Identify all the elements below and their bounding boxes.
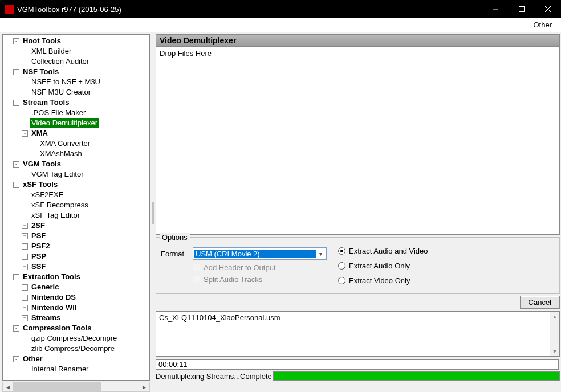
tree-item-label: Internal Renamer [30, 364, 90, 374]
radio-extract-av[interactable]: Extract Audio and Video [338, 243, 428, 258]
collapse-icon[interactable]: - [22, 130, 28, 137]
expand-icon[interactable]: + [22, 284, 28, 291]
tree-item[interactable]: xSF Tag Editor [3, 210, 149, 220]
expand-icon[interactable]: + [22, 305, 28, 311]
tree-item[interactable]: +PSF2 [3, 241, 149, 251]
tree-item[interactable]: -NSF Tools [3, 67, 149, 77]
tree-item[interactable]: -Extraction Tools [3, 272, 149, 282]
tree-item-label: xSF Recompress [30, 200, 90, 210]
scroll-down-icon[interactable]: ▼ [550, 346, 559, 356]
tree-item[interactable]: Collection Auditor [3, 56, 149, 67]
scroll-right-icon[interactable]: ► [139, 382, 149, 391]
collapse-icon[interactable]: - [13, 182, 19, 188]
tree-item-label: PSF2 [30, 241, 51, 251]
tree-item[interactable]: XMAshMash [3, 149, 149, 159]
format-combobox[interactable]: USM (CRI Movie 2) ▾ [193, 247, 327, 260]
expand-icon[interactable]: + [22, 264, 28, 270]
tree-item[interactable]: +2SF [3, 220, 149, 231]
tree-item[interactable]: -Other [3, 354, 149, 364]
tree-item-label: Other [22, 354, 44, 364]
maximize-button[interactable] [509, 0, 535, 18]
app-icon [5, 5, 14, 14]
drop-hint: Drop Files Here [156, 47, 559, 60]
expand-icon[interactable]: + [22, 295, 28, 301]
tree-item[interactable]: -Stream Tools [3, 97, 149, 108]
tree-item[interactable]: XML Builder [3, 46, 149, 56]
tree-horizontal-scrollbar[interactable]: ◄ ► [2, 382, 150, 392]
tree-item[interactable]: xSF2EXE [3, 190, 149, 200]
tree-item-label: Generic [30, 282, 60, 292]
status-text: Demultiplexing Streams...Complete [156, 372, 272, 381]
tool-tree[interactable]: -Hoot ToolsXML BuilderCollection Auditor… [2, 34, 150, 381]
tree-item-label: Video Demultiplexer [30, 118, 99, 128]
log-output[interactable]: Cs_XLQ1110104_XiaoPersonal.usm ▲ ▼ [156, 311, 560, 357]
tree-item[interactable]: -xSF Tools [3, 179, 149, 190]
menu-other[interactable]: Other [530, 19, 555, 30]
window-title: VGMToolbox r977 (2015-06-25) [17, 5, 482, 14]
tree-item-label: .POS File Maker [30, 108, 87, 118]
tree-item[interactable]: zlib Compress/Decompre [3, 344, 149, 354]
tree-item-label: XML Builder [30, 46, 72, 56]
checkbox-add-header: Add Header to Output [193, 263, 327, 272]
expand-icon[interactable]: + [22, 254, 28, 260]
tree-item[interactable]: .POS File Maker [3, 108, 149, 118]
log-vertical-scrollbar[interactable]: ▲ ▼ [550, 312, 559, 356]
tree-item[interactable]: Video Demultiplexer [3, 118, 149, 128]
status-bar: Demultiplexing Streams...Complete [156, 371, 560, 381]
scroll-up-icon[interactable]: ▲ [550, 312, 559, 321]
tree-item[interactable]: +Nintendo DS [3, 292, 149, 303]
radio-extract-video[interactable]: Extract Video Only [338, 273, 428, 288]
collapse-icon[interactable]: - [13, 69, 19, 75]
tree-item-label: VGM Tools [22, 159, 62, 169]
radio-extract-audio[interactable]: Extract Audio Only [338, 258, 428, 273]
tree-item[interactable]: XMA Converter [3, 138, 149, 149]
tree-item[interactable]: -VGM Tools [3, 159, 149, 169]
scrollbar-thumb[interactable] [13, 382, 101, 391]
tree-item[interactable]: +PSF [3, 231, 149, 241]
collapse-icon[interactable]: - [13, 356, 19, 362]
collapse-icon[interactable]: - [13, 161, 19, 168]
collapse-icon[interactable]: - [13, 325, 19, 332]
chevron-down-icon: ▾ [316, 251, 325, 257]
tree-item-label: XMA [30, 128, 49, 138]
tree-item[interactable]: VGM Tag Editor [3, 169, 149, 179]
collapse-icon[interactable]: - [13, 274, 19, 280]
tree-item-label: xSF Tag Editor [30, 210, 81, 220]
tree-item[interactable]: -Compression Tools [3, 323, 149, 333]
tree-item[interactable]: NSFE to NSF + M3U [3, 77, 149, 87]
log-line: Cs_XLQ1110104_XiaoPersonal.usm [159, 313, 280, 322]
close-button[interactable] [535, 0, 561, 18]
format-label: Format [161, 250, 193, 258]
tree-item-label: SSF [30, 262, 47, 272]
tree-item-label: zlib Compress/Decompre [30, 344, 116, 354]
title-bar: VGMToolbox r977 (2015-06-25) [0, 0, 561, 18]
tree-item[interactable]: xSF Recompress [3, 200, 149, 210]
expand-icon[interactable]: + [22, 315, 28, 321]
expand-icon[interactable]: + [22, 223, 28, 229]
tree-item[interactable]: +PSP [3, 251, 149, 262]
tree-item[interactable]: -XMA [3, 128, 149, 138]
tree-item-label: XMAshMash [39, 149, 83, 159]
svg-rect-1 [519, 7, 525, 12]
collapse-icon[interactable]: - [13, 38, 19, 44]
panel-title: Video Demultiplexer [156, 34, 560, 47]
tree-item-label: Extraction Tools [22, 272, 82, 282]
collapse-icon[interactable]: - [13, 100, 19, 106]
tree-item[interactable]: gzip Compress/Decompre [3, 333, 149, 344]
tree-item[interactable]: +SSF [3, 262, 149, 272]
expand-icon[interactable]: + [22, 243, 28, 250]
tree-item[interactable]: -Hoot Tools [3, 36, 149, 46]
scroll-left-icon[interactable]: ◄ [3, 382, 13, 391]
tree-item[interactable]: +Streams [3, 313, 149, 323]
tree-item-label: NSFE to NSF + M3U [30, 77, 101, 87]
minimize-button[interactable] [482, 0, 509, 18]
tree-item-label: NSF M3U Creator [30, 87, 92, 97]
tree-item[interactable]: Internal Renamer [3, 364, 149, 374]
cancel-button[interactable]: Cancel [520, 296, 560, 309]
tree-item[interactable]: +Nintendo WII [3, 303, 149, 313]
splitter[interactable] [150, 34, 156, 392]
file-drop-zone[interactable]: Drop Files Here [156, 47, 560, 235]
expand-icon[interactable]: + [22, 233, 28, 239]
tree-item[interactable]: NSF M3U Creator [3, 87, 149, 97]
tree-item[interactable]: +Generic [3, 282, 149, 292]
